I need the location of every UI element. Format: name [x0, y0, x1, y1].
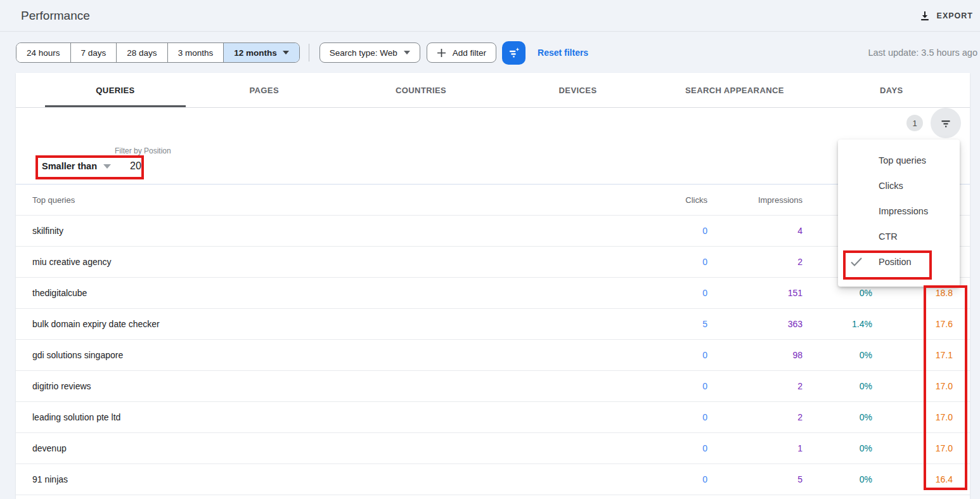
- dimension-tabs: QUERIES PAGES COUNTRIES DEVICES SEARCH A…: [16, 73, 970, 108]
- date-range-chip[interactable]: 24 hours: [16, 43, 70, 62]
- chevron-down-icon: [103, 164, 111, 169]
- impressions-cell: 363: [707, 319, 803, 329]
- column-header-impressions[interactable]: Impressions: [707, 195, 803, 205]
- table-row[interactable]: digitrio reviews 0 2 0% 17.0: [16, 371, 970, 402]
- page-title: Performance: [21, 0, 90, 32]
- position-cell: 17.1: [872, 350, 953, 360]
- menu-item[interactable]: Impressions: [838, 198, 960, 224]
- column-filter-button[interactable]: [931, 108, 961, 138]
- search-type-dropdown[interactable]: Search type: Web: [319, 42, 420, 63]
- impressions-cell: 151: [707, 288, 803, 298]
- table-row[interactable]: 91 ninjas 0 5 0% 16.4: [16, 464, 970, 495]
- impressions-cell: 2: [707, 412, 803, 422]
- table-row[interactable]: leading solution pte ltd 0 2 0% 17.0: [16, 402, 970, 433]
- filter-operator-dropdown[interactable]: Smaller than: [42, 161, 111, 171]
- ctr-cell: 0%: [803, 288, 872, 298]
- menu-item[interactable]: Position: [838, 249, 960, 275]
- tab[interactable]: DAYS: [813, 73, 970, 107]
- clicks-cell: 0: [631, 288, 707, 298]
- column-menu: Top queries Clicks Impressions: [838, 139, 960, 287]
- query-cell: gdi solutions singapore: [16, 350, 631, 360]
- impressions-cell: 2: [707, 257, 803, 267]
- date-range-label: 12 months: [234, 48, 277, 58]
- export-label: EXPORT: [937, 11, 973, 20]
- impressions-cell: 1: [707, 443, 803, 453]
- chevron-down-icon: [404, 51, 410, 55]
- ctr-cell: 0%: [803, 474, 872, 484]
- position-cell: 18.8: [872, 288, 953, 298]
- table-row[interactable]: bulk domain expiry date checker 5 363 1.…: [16, 309, 970, 340]
- date-range-chip[interactable]: 12 months: [223, 43, 299, 62]
- query-cell: thedigitalcube: [16, 288, 631, 298]
- filter-icon: [938, 115, 953, 131]
- query-cell: devenup: [16, 443, 631, 453]
- menu-item-label: Impressions: [879, 206, 928, 216]
- table-row[interactable]: gdi solutions singapore 0 98 0% 17.1: [16, 340, 970, 371]
- tab[interactable]: COUNTRIES: [342, 73, 499, 107]
- reset-filters-link[interactable]: Reset filters: [538, 48, 588, 58]
- filter-toggle-button[interactable]: [502, 41, 525, 65]
- position-cell: 17.0: [872, 381, 953, 391]
- menu-item-label: Top queries: [879, 155, 926, 165]
- position-filter-control: Filter by Position Smaller than: [42, 146, 171, 172]
- menu-item-label: CTR: [879, 231, 898, 242]
- last-update-text: Last update: 3.5 hours ago: [868, 48, 980, 58]
- menu-item[interactable]: CTR: [838, 224, 960, 249]
- query-cell: 91 ninjas: [16, 474, 631, 484]
- query-cell: leading solution pte ltd: [16, 412, 631, 422]
- check-icon: [850, 257, 864, 267]
- search-type-label: Search type: Web: [330, 48, 397, 58]
- ctr-cell: 0%: [803, 350, 872, 360]
- tab[interactable]: QUERIES: [45, 73, 186, 107]
- impressions-cell: 98: [707, 350, 803, 360]
- ctr-cell: 1.4%: [803, 319, 872, 329]
- column-header-clicks[interactable]: Clicks: [631, 195, 707, 205]
- chevron-down-icon: [283, 51, 289, 55]
- table-row[interactable]: devenup 0 1 0% 17.0: [16, 433, 970, 464]
- filter-operator-label: Smaller than: [42, 161, 97, 171]
- vertical-divider: [309, 44, 309, 62]
- date-range-chip[interactable]: 3 months: [167, 43, 224, 62]
- table-row[interactable]: skilfinity 0 4: [16, 216, 970, 247]
- position-cell: 17.6: [872, 319, 953, 329]
- ctr-cell: 0%: [803, 381, 872, 391]
- menu-item-label: Clicks: [879, 181, 903, 191]
- position-filter-label: Filter by Position: [115, 146, 171, 155]
- menu-item[interactable]: Clicks: [838, 173, 960, 198]
- position-cell: 17.0: [872, 443, 953, 453]
- position-cell: 17.0: [872, 412, 953, 422]
- query-cell: bulk domain expiry date checker: [16, 319, 631, 329]
- date-range-label: 7 days: [81, 48, 106, 58]
- clicks-cell: 0: [631, 381, 707, 391]
- table-row[interactable]: miu creative agency 0 2: [16, 247, 970, 278]
- performance-page: Performance EXPORT 24 hours 7 days 28 da…: [0, 0, 980, 499]
- add-filter-button[interactable]: Add filter: [427, 42, 496, 63]
- date-range-chip[interactable]: 28 days: [116, 43, 167, 62]
- clicks-cell: 0: [631, 257, 707, 267]
- ctr-cell: 0%: [803, 443, 872, 453]
- tab[interactable]: PAGES: [186, 73, 342, 107]
- tab[interactable]: DEVICES: [500, 73, 656, 107]
- impressions-cell: 5: [707, 474, 803, 484]
- menu-item[interactable]: Top queries: [838, 148, 960, 173]
- date-range-label: 28 days: [127, 48, 157, 58]
- export-button[interactable]: EXPORT: [919, 0, 973, 32]
- filter-sparkle-icon: [506, 46, 521, 60]
- add-filter-label: Add filter: [453, 48, 486, 58]
- query-cell: skilfinity: [16, 226, 631, 236]
- column-header-queries[interactable]: Top queries: [16, 195, 631, 205]
- date-range-label: 24 hours: [27, 48, 60, 58]
- clicks-cell: 0: [631, 350, 707, 360]
- table-row[interactable]: thedigitalcube 0 151 0% 18.8: [16, 278, 970, 309]
- tab[interactable]: SEARCH APPEARANCE: [656, 73, 813, 107]
- query-cell: digitrio reviews: [16, 381, 631, 391]
- plus-icon: [437, 48, 446, 58]
- position-filter-row: Smaller than: [42, 160, 171, 172]
- top-header: Performance EXPORT: [0, 0, 980, 32]
- ctr-cell: 0%: [803, 412, 872, 422]
- clicks-cell: 0: [631, 226, 707, 236]
- download-icon: [919, 10, 931, 22]
- filter-value-input[interactable]: [130, 160, 155, 172]
- date-range-chip[interactable]: 7 days: [70, 43, 117, 62]
- filter-bar: 24 hours 7 days 28 days 3 months: [16, 41, 980, 65]
